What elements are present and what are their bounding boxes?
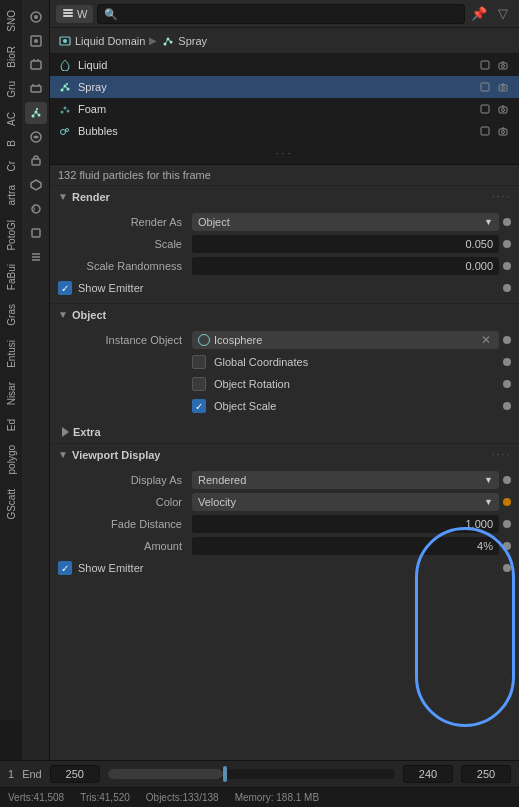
sidebar-tab-gscatt[interactable]: GScatt (4, 483, 19, 526)
sidebar-tab-sno[interactable]: SNO (4, 4, 19, 38)
sidebar-tab-ed[interactable]: Ed (4, 413, 19, 437)
sidebar-tab-gras[interactable]: Gras (4, 298, 19, 332)
object-icon[interactable] (25, 222, 47, 244)
sidebar-tab-cr[interactable]: Cr (4, 155, 19, 178)
svg-point-45 (67, 110, 70, 113)
color-select[interactable]: Velocity ▼ (192, 493, 499, 511)
fade-distance-indicator (503, 520, 511, 528)
bubbles-icon (58, 124, 72, 138)
property-icon-bar (22, 0, 50, 780)
frame-start-label: 1 (8, 768, 14, 780)
scale-input[interactable]: 0.050 (192, 235, 499, 253)
obj-rotation-checkbox[interactable] (192, 377, 206, 391)
render-form: Render As Object ▼ Scale 0.050 (50, 207, 519, 303)
viewport-section-title: Viewport Display (72, 449, 160, 461)
show-emitter-render-checkbox[interactable]: ✓ (58, 281, 72, 295)
show-emitter-viewport-checkbox[interactable]: ✓ (58, 561, 72, 575)
particles-icon[interactable] (25, 102, 47, 124)
object-section-header[interactable]: ▼ Object (50, 303, 519, 325)
sidebar-tab-gru[interactable]: Gru (4, 75, 19, 104)
instance-object-select[interactable]: Icosphere ✕ (192, 331, 499, 349)
display-as-select[interactable]: Rendered ▼ (192, 471, 499, 489)
modifier-icon[interactable] (25, 246, 47, 268)
bubbles-camera-icon[interactable] (495, 123, 511, 139)
breadcrumb-part2[interactable]: Spray (161, 34, 207, 48)
particle-count-text: 132 fluid particles for this frame (58, 169, 211, 181)
spray-camera-icon[interactable] (495, 79, 511, 95)
color-chevron-icon: ▼ (484, 497, 493, 507)
clear-instance-object-button[interactable]: ✕ (479, 333, 493, 347)
scale-label: Scale (58, 238, 188, 250)
physics-icon[interactable] (25, 126, 47, 148)
render-as-select[interactable]: Object ▼ (192, 213, 499, 231)
scroll-content[interactable]: ▼ Render ···· Render As Object ▼ Scale (50, 185, 519, 780)
sidebar-tab-artra[interactable]: artra (4, 179, 19, 212)
bubbles-name: Bubbles (78, 125, 471, 137)
fade-distance-value: 1.000 (465, 518, 493, 530)
liquid-camera-icon[interactable] (495, 57, 511, 73)
render-section-header[interactable]: ▼ Render ···· (50, 185, 519, 207)
current-frame-input[interactable] (403, 765, 453, 783)
viewport-arrow-icon: ▼ (58, 449, 68, 460)
spray-scene-icon[interactable] (477, 79, 493, 95)
timeline-slider[interactable] (108, 769, 395, 779)
scale-rand-input[interactable]: 0.000 (192, 257, 499, 275)
instance-object-indicator (503, 336, 511, 344)
foam-scene-icon[interactable] (477, 101, 493, 117)
sidebar-tab-polygo[interactable]: polygo (4, 439, 19, 480)
render-as-indicator (503, 218, 511, 226)
global-coords-checkbox[interactable] (192, 355, 206, 369)
bubbles-scene-icon[interactable] (477, 123, 493, 139)
output-icon[interactable] (25, 54, 47, 76)
particle-item-spray[interactable]: Spray (50, 76, 519, 98)
particle-item-foam[interactable]: Foam (50, 98, 519, 120)
amount-input[interactable]: 4% (192, 537, 499, 555)
foam-camera-icon[interactable] (495, 101, 511, 117)
fade-distance-input[interactable]: 1.000 (192, 515, 499, 533)
render-as-label: Render As (58, 216, 188, 228)
show-emitter-viewport-row: ✓ Show Emitter (50, 557, 519, 579)
instance-object-row: Instance Object Icosphere ✕ (50, 329, 519, 351)
frame-end-input[interactable] (50, 765, 100, 783)
top-toolbar: W 📌 ▽ (50, 0, 519, 28)
timeline-bar: 1 End (0, 760, 519, 787)
svg-point-44 (64, 107, 67, 110)
viewport-section-header[interactable]: ▼ Viewport Display ···· (50, 443, 519, 465)
render-icon[interactable] (25, 30, 47, 52)
object-data-icon[interactable] (25, 174, 47, 196)
sidebar-tab-nisar[interactable]: Nisar (4, 376, 19, 411)
svg-rect-23 (63, 15, 73, 17)
timeline-thumb[interactable] (223, 766, 227, 782)
verts-status: Verts:41,508 (8, 792, 64, 803)
sidebar-tab-potogol[interactable]: PotoGl (4, 214, 19, 257)
liquid-scene-icon[interactable] (477, 57, 493, 73)
breadcrumb-text2: Spray (178, 35, 207, 47)
frame-end-display[interactable] (461, 765, 511, 783)
sidebar-tab-entusi[interactable]: Entusi (4, 334, 19, 374)
sidebar-tab-fabui[interactable]: FaBui (4, 258, 19, 296)
search-input[interactable] (97, 4, 465, 24)
breadcrumb-part1[interactable]: Liquid Domain (58, 34, 145, 48)
sidebar-tab-bior[interactable]: BioR (4, 40, 19, 74)
particle-item-bubbles[interactable]: Bubbles (50, 120, 519, 142)
view-button[interactable]: W (56, 5, 93, 23)
scene-icon[interactable] (25, 6, 47, 28)
more-row: ··· (50, 142, 519, 164)
svg-rect-46 (481, 105, 489, 113)
obj-scale-text: Object Scale (214, 400, 276, 412)
scale-value: 0.050 (465, 238, 493, 250)
particle-item-liquid[interactable]: Liquid (50, 54, 519, 76)
obj-scale-checkbox[interactable]: ✓ (192, 399, 206, 413)
amount-value: 4% (477, 540, 493, 552)
expand-button[interactable]: ▽ (493, 4, 513, 24)
sidebar-tab-b[interactable]: B (4, 134, 19, 153)
sidebar-tab-ac[interactable]: AC (4, 106, 19, 132)
material-icon[interactable] (25, 198, 47, 220)
viewlayer-icon[interactable] (25, 78, 47, 100)
display-as-row: Display As Rendered ▼ (50, 469, 519, 491)
pin-button[interactable]: 📌 (469, 4, 489, 24)
obj-scale-indicator (503, 402, 511, 410)
constraints-icon[interactable] (25, 150, 47, 172)
extra-section-header[interactable]: Extra (50, 421, 519, 443)
foam-icon (58, 102, 72, 116)
